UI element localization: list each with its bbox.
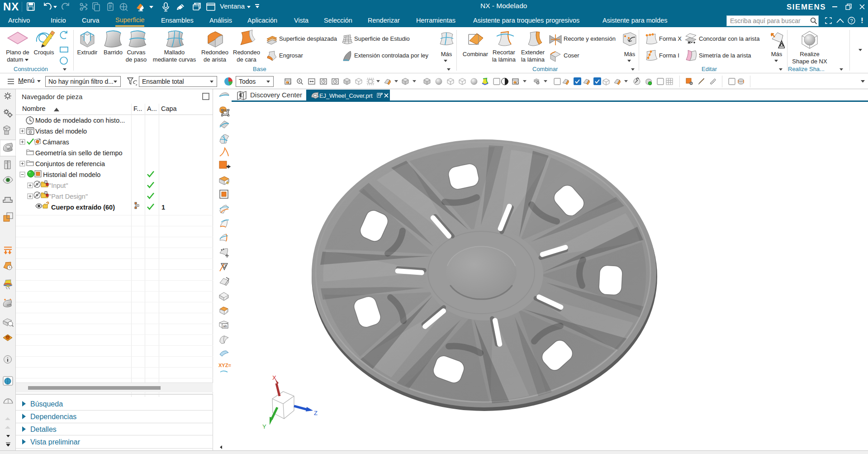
svg-text:XYZ=: XYZ= [218, 363, 231, 368]
svg-text:Z: Z [314, 410, 318, 416]
svg-text:?: ? [850, 18, 853, 24]
svg-text:ab: ab [223, 324, 227, 328]
svg-text:Y: Y [262, 423, 266, 430]
svg-text:X: X [272, 374, 276, 381]
